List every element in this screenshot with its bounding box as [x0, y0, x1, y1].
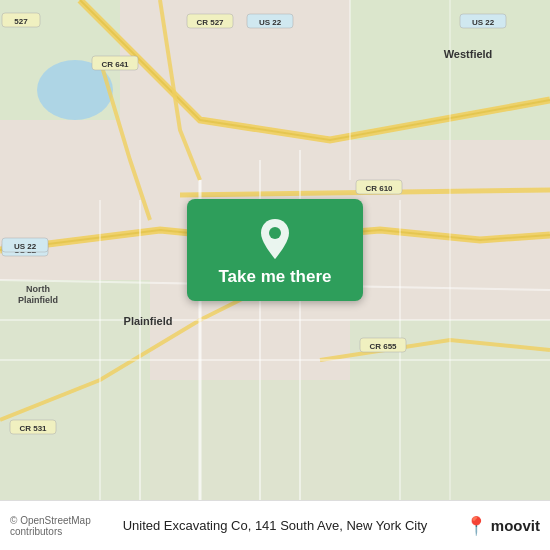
- svg-text:CR 527: CR 527: [196, 18, 224, 27]
- svg-text:Plainfield: Plainfield: [124, 315, 173, 327]
- svg-text:US 22: US 22: [259, 18, 282, 27]
- map-pin-icon: [257, 217, 293, 261]
- moovit-brand-label: moovit: [491, 517, 540, 534]
- svg-text:CR 655: CR 655: [369, 342, 397, 351]
- address-text: United Excavating Co, 141 South Ave, New…: [116, 518, 434, 533]
- svg-rect-5: [150, 380, 350, 500]
- svg-text:US 22: US 22: [14, 242, 37, 251]
- svg-text:CR 531: CR 531: [19, 424, 47, 433]
- svg-point-31: [269, 227, 281, 239]
- svg-text:CR 641: CR 641: [101, 60, 129, 69]
- svg-text:North: North: [26, 284, 50, 294]
- svg-text:CR 610: CR 610: [365, 184, 393, 193]
- svg-text:Westfield: Westfield: [444, 48, 493, 60]
- cta-label: Take me there: [218, 267, 331, 287]
- svg-text:Plainfield: Plainfield: [18, 295, 58, 305]
- moovit-pin-icon: 📍: [465, 515, 487, 537]
- copyright-text: © OpenStreetMap contributors: [10, 515, 116, 537]
- moovit-logo: 📍 moovit: [434, 515, 540, 537]
- cta-button[interactable]: Take me there: [187, 199, 363, 301]
- map-container: CR 527 US 22 US 22 CR 641 US 22 CR 610 U…: [0, 0, 550, 500]
- svg-text:527: 527: [14, 17, 28, 26]
- bottom-bar: © OpenStreetMap contributors United Exca…: [0, 500, 550, 550]
- svg-text:US 22: US 22: [472, 18, 495, 27]
